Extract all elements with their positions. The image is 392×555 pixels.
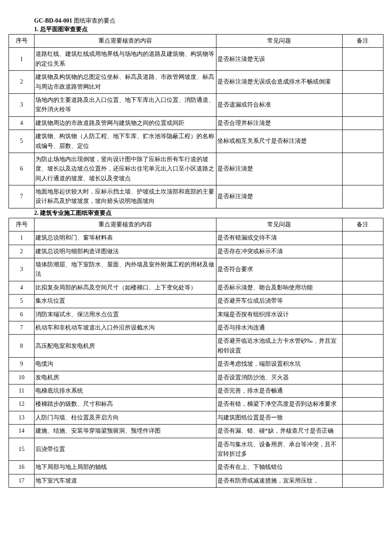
cell-idx: 1	[9, 231, 35, 245]
cell-check: 地下室汽车坡道	[35, 474, 216, 487]
table-row: 13人防门与墙、柱位置及开启方向与建筑图纸位置是否一致	[9, 411, 383, 424]
cell-idx: 16	[9, 461, 35, 474]
cell-check: 机动车和非机动车坡道出入口外沿所设截水沟	[35, 321, 216, 334]
table-row: 16地下局部与地上局部的轴线是否有在上、下轴线错位	[9, 461, 383, 474]
col-header-note: 备注	[342, 35, 383, 48]
cell-check: 人防门与墙、柱位置及开启方向	[35, 411, 216, 424]
col-header-issue: 常见问题	[216, 218, 342, 231]
cell-idx: 12	[9, 398, 35, 411]
cell-idx: 3	[9, 258, 35, 281]
cell-idx: 11	[9, 384, 35, 397]
cell-idx: 4	[9, 116, 35, 130]
table-row: 7机动车和非机动车坡道出入口外沿所设截水沟是否与排水沟连通	[9, 321, 383, 334]
cell-note	[342, 308, 383, 321]
cell-check: 为防止场地内出现倒坡，竖向设计图中除了应标出所有车行道的坡度、坡长以及边坡点位置…	[35, 153, 216, 185]
cell-check: 地面地形起伏较大时，应标示挡土墙、护坡或土坎顶部和底部的主要设计标高及护坡坡度，…	[35, 185, 216, 208]
cell-idx: 2	[9, 245, 35, 258]
cell-idx: 5	[9, 295, 35, 308]
cell-idx: 3	[9, 93, 35, 116]
cell-issue: 是否存在冲突或标示不清	[216, 245, 342, 258]
cell-issue: 是否有错漏或交待不清	[216, 231, 342, 245]
col-header-idx: 序号	[9, 35, 35, 48]
cell-idx: 13	[9, 411, 35, 424]
cell-note	[342, 258, 383, 281]
cell-note	[342, 398, 383, 411]
section-heading: 1. 总平面图审查要点	[34, 26, 383, 33]
cell-note	[342, 245, 383, 258]
cell-check: 建筑物、构筑物（人防工程、地下车库、贮水池等隐蔽工程）的名称或编号、层数、定位	[35, 130, 216, 153]
review-table: 序号重点需要核查的内容常见问题备注1道路红线、建筑红线或用地界线与场地内的道路及…	[9, 34, 383, 208]
table-row: 11电梯底坑排水系统是否完善，排水是否畅通	[9, 384, 383, 397]
cell-issue: 是否合理并标注清楚	[216, 116, 342, 130]
cell-note	[342, 358, 383, 371]
col-header-note: 备注	[342, 218, 383, 231]
table-row: 9电缆沟是否考虑找坡，端部设置积水坑	[9, 358, 383, 371]
doc-title: GC-BD-04-001 图纸审查的要点	[34, 17, 383, 25]
cell-check: 场地内的主要道路及出入口位置、地下车库出入口位置、消防通道、室外消火栓等	[35, 93, 216, 116]
table-row: 12楼梯踏步的级数、尺寸和标高是否有错，梯梁下净空高度是否到达标准要求	[9, 398, 383, 411]
cell-idx: 1	[9, 48, 35, 71]
cell-idx: 17	[9, 474, 35, 487]
cell-idx: 4	[9, 281, 35, 294]
section-heading: 2. 建筑专业施工图纸审查要点	[34, 209, 383, 217]
cell-check: 道路红线、建筑红线或用地界线与场地内的道路及建筑物、构筑物等的定位关系	[35, 48, 216, 71]
cell-issue: 是否有漏、错、碰*缺，并核查尺寸是否正确	[216, 425, 342, 438]
cell-check: 建筑物及构筑物的总图定位坐标、标高及道路、市政管网坡度、标高与周边市政道路管网比…	[35, 71, 216, 94]
cell-issue: 是否标示清楚、吻合及影响使用功能	[216, 281, 342, 294]
table-row: 6消防末端试水、保洁用水点位置末端是否按有组织排水设计	[9, 308, 383, 321]
cell-note	[342, 438, 383, 461]
cell-issue: 是否有防滑或减速措施，宜采用压纹，	[216, 474, 342, 487]
cell-note	[342, 425, 383, 438]
cell-idx: 6	[9, 308, 35, 321]
cell-issue: 是否避开临近水池或上方卡水管砂‰，并且宜相邻设置	[216, 335, 342, 358]
cell-issue: 是否有错，梯梁下净空高度是否到达标准要求	[216, 398, 342, 411]
table-row: 14建施、结施、安装等穿墙梁预留洞、预埋件详图是否有漏、错、碰*缺，并核查尺寸是…	[9, 425, 383, 438]
review-table: 序号重点需要核查的内容常见问题备注1建筑总说明和门、窗等材料表是否有错漏或交待不…	[9, 218, 383, 488]
table-row: 3墙体防潮层、地下室防水、屋面、内外墙及室外附属工程的用材及做法是否符合要求	[9, 258, 383, 281]
cell-issue: 是否避开车位或后浇带等	[216, 295, 342, 308]
cell-idx: 2	[9, 71, 35, 94]
cell-idx: 15	[9, 438, 35, 461]
table-row: 8高压配电室和发电机房是否避开临近水池或上方卡水管砂‰，并且宜相邻设置	[9, 335, 383, 358]
cell-issue: 是否标注清楚	[216, 185, 342, 208]
cell-note	[342, 116, 383, 130]
cell-check: 发电机房	[35, 371, 216, 384]
cell-issue: 是否标注清楚无误	[216, 48, 342, 71]
table-row: 5建筑物、构筑物（人防工程、地下车库、贮水池等隐蔽工程）的名称或编号、层数、定位…	[9, 130, 383, 153]
cell-note	[342, 371, 383, 384]
cell-issue: 是否考虑找坡，端部设置积水坑	[216, 358, 342, 371]
table-row: 7地面地形起伏较大时，应标示挡土墙、护坡或土坎顶部和底部的主要设计标高及护坡坡度…	[9, 185, 383, 208]
cell-idx: 10	[9, 371, 35, 384]
cell-issue: 是否遗漏或符合标准	[216, 93, 342, 116]
cell-note	[342, 71, 383, 94]
cell-issue: 是否完善，排水是否畅通	[216, 384, 342, 397]
cell-check: 墙体防潮层、地下室防水、屋面、内外墙及室外附属工程的用材及做法	[35, 258, 216, 281]
table-row: 6为防止场地内出现倒坡，竖向设计图中除了应标出所有车行道的坡度、坡长以及边坡点位…	[9, 153, 383, 185]
table-row: 15后浇带位置是否与集水坑、设备用房、承台等冲突，且不宜转折过多	[9, 438, 383, 461]
cell-check: 比拟复杂局部的标高及空间尺寸（如楼梯口、上下变化处等）	[35, 281, 216, 294]
cell-issue: 是否有在上、下轴线错位	[216, 461, 342, 474]
cell-issue: 是否符合要求	[216, 258, 342, 281]
cell-check: 楼梯踏步的级数、尺寸和标高	[35, 398, 216, 411]
cell-idx: 5	[9, 130, 35, 153]
table-row: 2建筑总说明与细部构造详图做法是否存在冲突或标示不清	[9, 245, 383, 258]
cell-idx: 9	[9, 358, 35, 371]
cell-check: 集水坑位置	[35, 295, 216, 308]
cell-issue: 坐标或相互关系尺寸是否标注清楚	[216, 130, 342, 153]
table-row: 10发电机房是否设置消防沙池、灭火器	[9, 371, 383, 384]
table-row: 3场地内的主要道路及出入口位置、地下车库出入口位置、消防通道、室外消火栓等是否遗…	[9, 93, 383, 116]
cell-issue: 末端是否按有组织排水设计	[216, 308, 342, 321]
cell-idx: 8	[9, 335, 35, 358]
cell-idx: 6	[9, 153, 35, 185]
cell-check: 消防末端试水、保洁用水点位置	[35, 308, 216, 321]
col-header-issue: 常见问题	[216, 35, 342, 48]
cell-note	[342, 384, 383, 397]
cell-check: 建筑物周边的市政道路及管网与建筑物之间的位置或间距	[35, 116, 216, 130]
table-row: 4建筑物周边的市政道路及管网与建筑物之间的位置或间距是否合理并标注清楚	[9, 116, 383, 130]
cell-note	[342, 185, 383, 208]
table-row: 5集水坑位置是否避开车位或后浇带等	[9, 295, 383, 308]
cell-idx: 14	[9, 425, 35, 438]
cell-note	[342, 153, 383, 185]
cell-note	[342, 130, 383, 153]
table-row: 4比拟复杂局部的标高及空间尺寸（如楼梯口、上下变化处等）是否标示清楚、吻合及影响…	[9, 281, 383, 294]
